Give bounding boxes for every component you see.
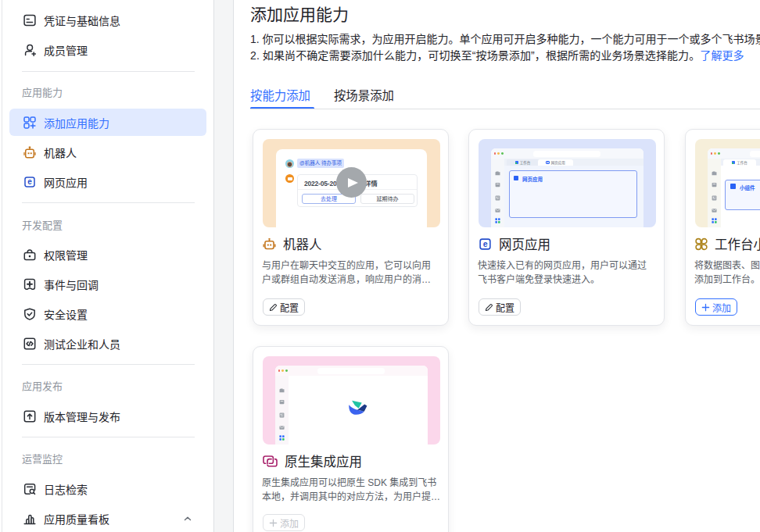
svg-text:e: e bbox=[483, 239, 488, 248]
svg-text:e: e bbox=[27, 177, 32, 186]
